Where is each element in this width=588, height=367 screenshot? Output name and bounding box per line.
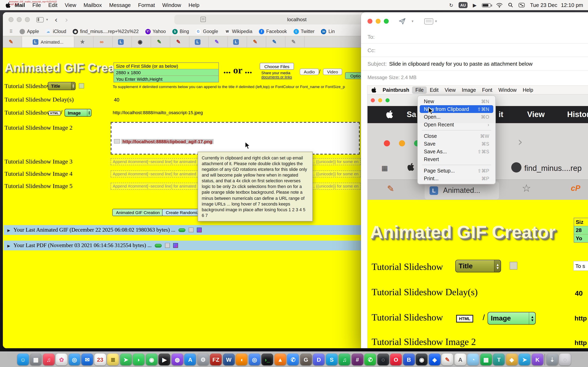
dock-icon[interactable]: ▦ [30, 354, 42, 365]
menubar-item[interactable]: Window [162, 2, 181, 8]
share-media-link[interactable]: documents or links [261, 75, 294, 79]
photo-icon[interactable] [197, 227, 202, 233]
photo-icon[interactable] [173, 243, 178, 248]
color-swatch-button[interactable] [79, 83, 84, 89]
dock-icon[interactable]: ☺ [17, 354, 29, 365]
bookmark-item[interactable]: f Facebook [259, 29, 287, 34]
dock-icon[interactable]: # [352, 354, 363, 365]
last-pdf-bar[interactable]: Your Last PDF (November 03 2021 06:14:56… [4, 241, 365, 250]
browser-tab[interactable]: ✎ [170, 36, 190, 47]
send-options-chevron-icon[interactable]: ▾ [412, 19, 414, 23]
dock-icon[interactable]: ➤ [120, 354, 132, 365]
input-source-badge[interactable]: AU [458, 2, 467, 8]
disclosure-triangle-icon[interactable] [7, 227, 10, 233]
dock-icon[interactable]: ♫ [43, 354, 55, 365]
status-pill-icon[interactable] [155, 244, 162, 247]
sidebar-toggle-icon[interactable] [36, 17, 44, 22]
html-mode-chip[interactable]: HTML [49, 111, 61, 115]
image-select[interactable]: Image [65, 109, 91, 117]
dock-icon[interactable]: G [300, 354, 312, 365]
dock-icon[interactable]: ◎ [69, 354, 80, 365]
browser-tab[interactable]: ✎ [266, 36, 285, 47]
bookmark-item[interactable]: Y! Yahoo [145, 29, 166, 34]
first-slide-size-box[interactable]: Size of First Slide (or as below) 2880 x… [113, 62, 219, 82]
dock-icon[interactable]: D [313, 354, 325, 365]
dock-icon[interactable]: T [493, 354, 505, 365]
dock-icon[interactable]: ♫ [339, 354, 351, 365]
wifi-icon[interactable] [496, 3, 503, 8]
format-bar-icon[interactable] [424, 18, 433, 24]
close-window-button[interactable] [9, 17, 13, 22]
dock-icon[interactable]: ◉ [416, 354, 428, 365]
format-chevron-icon[interactable]: ▾ [435, 19, 437, 23]
attached-screenshot-image[interactable]: Paintbrush FileEditViewImageFontWindowHe… [367, 86, 588, 348]
dock-icon[interactable]: A [184, 354, 196, 365]
bookmark-item[interactable]: W Wikipedia [225, 29, 252, 34]
delay-value-field[interactable]: 40 [114, 97, 120, 103]
dock-icon[interactable]: ▲ [274, 354, 286, 365]
menubar-app-name[interactable]: Mail [15, 2, 25, 8]
dock-icon[interactable]: ◍ [172, 354, 183, 365]
time-machine-icon[interactable]: ↻ [449, 2, 453, 8]
favorites-grid-icon[interactable]: ⠿ [9, 29, 13, 34]
browser-tab[interactable]: ✎ [3, 36, 22, 47]
dock-icon[interactable]: W [223, 354, 235, 365]
menubar-item[interactable]: Message [109, 2, 131, 8]
subject-field[interactable]: Subject: Slide in clipboard ready for yo… [361, 57, 588, 71]
menubar-item[interactable]: Help [189, 2, 199, 8]
dock-icon[interactable]: ✉ [81, 354, 93, 365]
browser-tab[interactable]: L [113, 36, 132, 47]
menubar-clock[interactable]: Tue 23 Dec 12:10 pm [530, 2, 583, 8]
bookmark-item[interactable]: G Google [196, 29, 218, 34]
document-icon[interactable] [165, 243, 170, 248]
dock-icon[interactable]: ≣ [107, 354, 119, 365]
menubar-item[interactable]: Format [138, 2, 155, 8]
bookmark-item[interactable]: Apple [20, 29, 39, 34]
dock-icon[interactable]: O [390, 354, 402, 365]
cc-field[interactable]: Cc: [361, 44, 588, 57]
close-window-button[interactable] [367, 19, 372, 24]
forward-button[interactable]: › [65, 16, 68, 24]
browser-tab[interactable]: ✎ [247, 36, 266, 47]
bookmark-item[interactable]: in Lin [321, 29, 335, 34]
bookmark-item[interactable]: ◉ find_minus....rep+%22s%22 [73, 29, 139, 34]
dock-icon[interactable]: ◉ [146, 354, 158, 365]
disclosure-triangle-icon[interactable] [7, 242, 10, 249]
dock-icon[interactable]: ›_ [261, 354, 273, 365]
browser-tab[interactable]: ∞ [94, 36, 113, 47]
dock-icon[interactable]: ⚙ [197, 354, 209, 365]
play-status-icon[interactable]: ▶ [473, 2, 476, 8]
dock-icon[interactable]: ◗ [133, 354, 145, 365]
browser-tab[interactable]: ◉ [132, 36, 151, 47]
dock-icon[interactable]: ◌ [559, 354, 571, 365]
size-box-value[interactable]: 2880 x 1800 [114, 69, 218, 75]
minimize-window-button[interactable] [17, 17, 22, 22]
back-button[interactable]: ‹ [54, 16, 58, 24]
browser-tab[interactable]: ★ [74, 36, 94, 47]
document-icon[interactable] [189, 227, 194, 233]
sidebar-chevron-icon[interactable]: ▾ [46, 17, 48, 22]
menubar-item[interactable]: Mailbox [84, 2, 102, 8]
bookmark-item[interactable]: t Twitter [293, 29, 315, 34]
dock-icon[interactable]: ▦ [480, 354, 492, 365]
browser-tab[interactable]: L Animated... [22, 36, 74, 47]
dock-icon[interactable]: ◌ [377, 354, 389, 365]
slideshow-url-field[interactable]: http://localhost:8888/mailto_osascript-1… [113, 110, 203, 115]
title-select[interactable]: Title [48, 82, 76, 90]
choose-files-button[interactable]: Choose Files [260, 63, 294, 70]
dock-icon[interactable]: ✆ [364, 354, 376, 365]
dock-icon[interactable]: ✆ [287, 354, 299, 365]
menubar-item[interactable]: Edit [48, 2, 58, 8]
dock-icon[interactable]: K [532, 354, 544, 365]
dock-icon[interactable]: ◖ [236, 354, 248, 365]
browser-tab[interactable]: L [228, 36, 247, 47]
send-message-icon[interactable] [398, 17, 406, 25]
dock-icon[interactable]: ✎ [442, 354, 453, 365]
bookmark-item[interactable]: ☁ iCloud [45, 29, 66, 34]
control-center-icon[interactable] [519, 3, 525, 7]
menubar-item[interactable]: File [33, 2, 41, 8]
dock-icon[interactable]: ◈ [429, 354, 441, 365]
animated-gif-creation-button[interactable]: Animated GIF Creation [112, 209, 164, 216]
dock-icon[interactable]: A [454, 354, 466, 365]
dock-icon[interactable]: ◎ [249, 354, 260, 365]
